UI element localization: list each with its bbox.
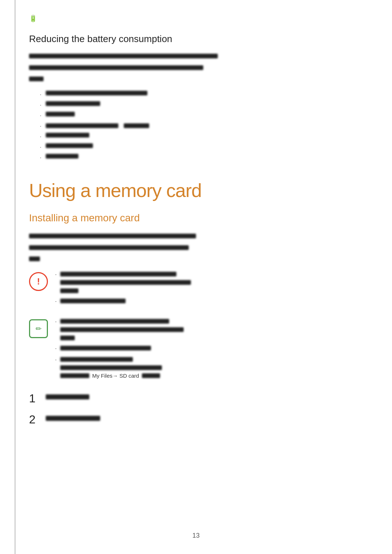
warning-content: · ·: [55, 271, 363, 309]
battery-intro-line-1: [29, 51, 363, 61]
step-1: 1: [29, 391, 363, 405]
bullet-item-3: ·: [40, 112, 363, 119]
warning-bullet-2: ·: [55, 297, 363, 305]
note-notice: ✏ · · ·: [29, 318, 363, 382]
page-number: 13: [192, 532, 200, 539]
warning-notice: ! · ·: [29, 271, 363, 309]
page-container: 🔋 Reducing the battery consumption · · ·…: [0, 0, 392, 554]
note-bullet-3: · My Files→ SD card: [55, 356, 363, 379]
chapter-intro-block: [29, 231, 363, 263]
chapter-intro-line-1: [29, 231, 363, 241]
battery-intro-line-3: [29, 74, 363, 83]
warning-bullet-1: ·: [55, 271, 363, 294]
left-border: [15, 0, 16, 554]
sub-heading: Installing a memory card: [29, 212, 363, 224]
note-content: · · · My: [55, 318, 363, 382]
numbered-steps: 1 2: [29, 391, 363, 427]
bullet-item-2: ·: [40, 101, 363, 109]
bullet-item-5: ·: [40, 133, 363, 140]
step-1-content: [46, 391, 363, 400]
step-2: 2: [29, 413, 363, 426]
step-1-number: 1: [29, 391, 40, 405]
bullet-item-7: ·: [40, 154, 363, 161]
battery-section-heading: Reducing the battery consumption: [29, 33, 363, 45]
note-bullet-1: ·: [55, 318, 363, 341]
battery-intro-line-2: [29, 63, 363, 72]
files-ref: My Files→ SD card: [92, 373, 139, 379]
battery-intro-block: [29, 51, 363, 83]
chapter-title: Using a memory card: [29, 180, 363, 201]
step-2-content: [46, 413, 363, 421]
note-icon: ✏: [29, 319, 48, 338]
bullet-item-1: ·: [40, 91, 363, 98]
battery-bullet-list: · · · · · · ·: [40, 91, 363, 161]
step-2-number: 2: [29, 413, 40, 426]
bullet-item-4: ·: [40, 122, 363, 130]
chapter-intro-line-3: [29, 254, 363, 263]
note-bullet-2: ·: [55, 345, 363, 352]
chapter-intro-line-2: [29, 242, 363, 252]
top-icon: 🔋: [29, 15, 363, 22]
bullet-item-6: ·: [40, 143, 363, 151]
warning-icon: !: [29, 272, 48, 291]
